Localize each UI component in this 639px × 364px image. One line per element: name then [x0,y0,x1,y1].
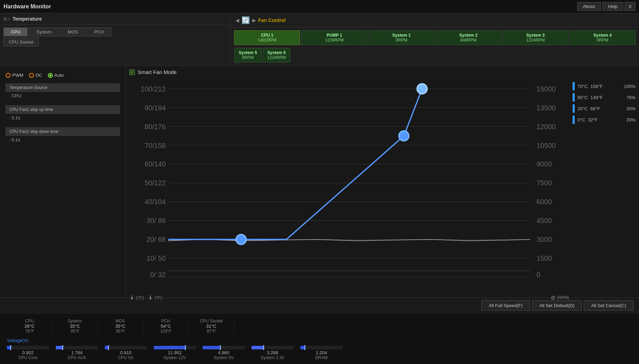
fan-item-cpu1[interactable]: CPU 1 1401RPM [234,30,300,45]
voltage-bar-sys5v [203,346,220,349]
step-down-header[interactable]: CPU Fan1 step down time [6,128,119,135]
legend-32f: 32°F [588,117,598,122]
legend-temps-20: 20°C 68°F [578,106,600,111]
svg-text:15000: 15000 [536,85,556,93]
fan-next-button[interactable]: ▶ [252,17,256,23]
temp-stats-row: CPU 26°C 78°F System 35°C 95°F MOS 35°C … [0,316,639,336]
voltage-item-cpusa: 0.910 CPU SA [105,346,147,360]
svg-text:10500: 10500 [536,142,556,149]
fan-item-system4[interactable]: System 4 0RPM [569,30,636,45]
voltage-marker-cpusa [108,345,109,350]
voltage-value-sys12v: 11.952 [168,350,182,355]
fan-item-system3[interactable]: System 3 1224RPM [502,30,568,45]
stats-area: CPU 26°C 78°F System 35°C 95°F MOS 35°C … [0,313,639,364]
fan-item-system2[interactable]: System 2 848RPM [435,30,501,45]
celsius-label: (°C) [136,295,144,300]
fan-item-system2-name: System 2 [440,33,497,38]
tab-system[interactable]: System [29,28,59,36]
fan-chart-svg[interactable]: 100/212 90/194 80/176 70/158 60/140 50/1… [129,79,569,294]
voltage-label-cpucore: CPU Core [19,355,38,360]
temp-stat-cpusocket: CPU Socket 31°C 87°F [189,317,234,335]
voltage-value-sys33v: 3.288 [267,350,278,355]
legend-item-20[interactable]: 20°C 68°F 20% [573,104,636,113]
chart-container: 100/212 90/194 80/176 70/158 60/140 50/1… [129,79,636,294]
voltage-item-sys5v: 4.960 System 5V [203,346,245,360]
title-bar: Hardware Monitor About Help X [0,0,639,13]
svg-text:3000: 3000 [536,236,552,243]
temp-stat-cpu-c: 26°C [24,324,35,329]
legend-item-0[interactable]: 0°C 32°F 20% [573,116,636,124]
fan-item-system3-rpm: 1224RPM [507,38,564,43]
voltage-marker-cpuaux [62,345,63,350]
temp-source-header[interactable]: Temperature Source [6,84,119,91]
fan-item-system5[interactable]: System 5 0RPM [234,48,262,62]
voltage-value-cpuaux: 1.784 [71,350,83,355]
fan-item-system1[interactable]: System 1 0RPM [369,30,435,45]
fahrenheit-label: (°F) [155,295,162,300]
voltage-bar-container-sys33v [252,346,293,349]
help-button[interactable]: Help [602,2,624,11]
svg-text:9000: 9000 [536,161,552,168]
voltage-value-cpusa: 0.910 [120,350,132,355]
legend-68f: 68°F [590,106,600,111]
fan-item-pump1-name: PUMP 1 [306,33,363,38]
legend-item-65[interactable]: 65°C 149°F 75% [573,93,636,102]
temp-header: ⊟ ≈ Temperature [0,13,230,25]
svg-text:30/ 86: 30/ 86 [146,217,166,224]
tab-cpu-socket[interactable]: CPU Socket [3,38,39,46]
svg-text:60/140: 60/140 [145,161,166,168]
fan-item-system1-name: System 1 [373,33,430,38]
fan-prev-button[interactable]: ◀ [235,17,239,23]
voltage-marker-sys12v [185,345,186,350]
fan-item-system6[interactable]: System 6 1224RPM [263,48,290,62]
close-button[interactable]: X [625,2,636,11]
temp-stat-cpusocket-f: 87°F [207,329,216,334]
legend-pct-0: 20% [626,117,636,122]
title-bar-left: Hardware Monitor [3,3,51,10]
main-area: ⊟ ≈ Temperature CPU System MOS PCH CPU S… [0,13,639,363]
voltage-bar-dram [300,346,305,349]
step-up-control: CPU Fan1 step up time : 0.1s [6,105,120,122]
fan-item-system4-rpm: 0RPM [574,38,631,43]
voltage-marker-dram [304,345,305,350]
fan-item-system6-name: System 6 [267,50,286,55]
legend-temps-70: 70°C 158°F [578,84,603,89]
temperature-panel: ⊟ ≈ Temperature CPU System MOS PCH CPU S… [0,13,231,65]
pwm-radio-circle [6,73,10,78]
pwm-radio[interactable]: PWM [6,73,23,78]
svg-text:20/ 68: 20/ 68 [146,236,166,243]
tab-cpu[interactable]: CPU [3,28,28,36]
legend-bar-70 [573,82,575,90]
about-button[interactable]: About [577,2,601,11]
voltage-title[interactable]: Voltage(V) [7,338,632,343]
voltage-value-cpucore: 0.902 [22,350,34,355]
fan-item-system1-rpm: 0RPM [373,38,430,43]
step-up-header[interactable]: CPU Fan1 step up time [6,106,119,113]
middle-section: PWM DC Auto Temperature Source : CPU [0,66,639,297]
tab-pch[interactable]: PCH [87,28,111,36]
voltage-bar-cpusa [105,346,108,349]
all-full-speed-button[interactable]: All Full Speed(F) [481,300,530,311]
fan-item-system5-name: System 5 [239,50,257,55]
legend-item-70[interactable]: 70°C 158°F 100% [573,82,636,90]
all-set-default-button[interactable]: All Set Default(D) [532,300,582,311]
step-down-control: CPU Fan1 step down time : 0.1s [6,127,120,144]
temp-stat-pch: PCH 54°C 129°F [143,317,189,335]
smart-fan-checkbox[interactable]: ✓ [129,69,135,75]
auto-radio[interactable]: Auto [48,73,64,78]
temp-source-box: Temperature Source [6,83,120,92]
legend-149f: 149°F [590,95,603,100]
voltage-bar-container-cpuaux [56,346,98,349]
temp-stat-pch-label: PCH [161,319,170,324]
left-controls: PWM DC Auto Temperature Source : CPU [0,66,126,297]
rpm-icon: ⚙ [551,295,556,301]
voltage-bar-container-cpusa [105,346,147,349]
dc-radio[interactable]: DC [29,73,42,78]
top-section: ⊟ ≈ Temperature CPU System MOS PCH CPU S… [0,13,639,66]
all-set-cancel-button[interactable]: All Set Cancel(C) [584,300,633,311]
step-up-value: : 0.1s [6,114,120,122]
legend-bar-65 [573,93,575,102]
fan-item-pump1[interactable]: PUMP 1 1239RPM [301,30,367,45]
tab-mos[interactable]: MOS [60,28,86,36]
voltage-row: 0.902 CPU Core 1.784 CPU AUX [7,346,632,362]
